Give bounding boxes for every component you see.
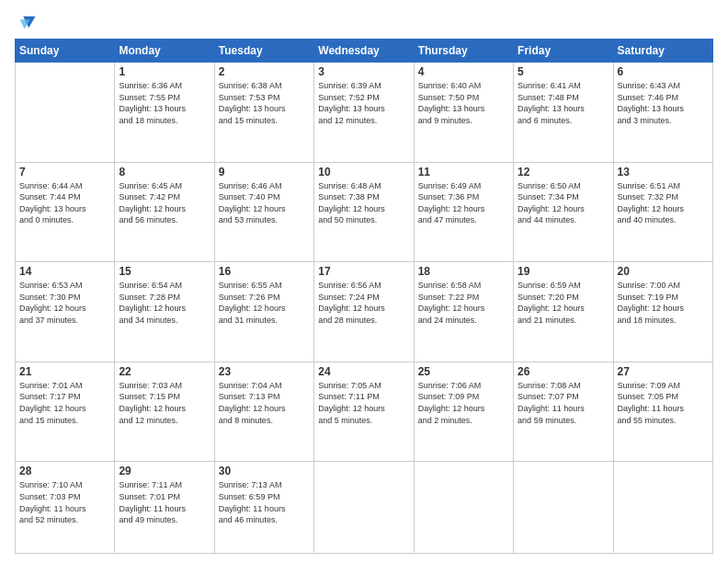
day-number: 5 [518,65,609,78]
logo-icon [17,13,37,33]
weekday-header-monday: Monday [115,40,214,63]
weekday-header-wednesday: Wednesday [314,40,414,63]
calendar-cell: 30Sunrise: 7:13 AMSunset: 6:59 PMDayligh… [214,462,313,554]
day-info: Sunrise: 6:46 AMSunset: 7:40 PMDaylight:… [219,180,310,226]
day-number: 9 [219,166,310,178]
day-number: 10 [318,166,409,178]
day-info: Sunrise: 6:50 AMSunset: 7:34 PMDaylight:… [518,180,609,226]
day-info: Sunrise: 6:51 AMSunset: 7:32 PMDaylight:… [618,180,709,226]
calendar-cell: 27Sunrise: 7:09 AMSunset: 7:05 PMDayligh… [613,362,712,462]
weekday-header-thursday: Thursday [414,40,513,63]
day-number: 6 [618,65,709,78]
day-info: Sunrise: 6:55 AMSunset: 7:26 PMDaylight:… [219,280,310,326]
calendar-cell: 14Sunrise: 6:53 AMSunset: 7:30 PMDayligh… [16,262,115,362]
day-info: Sunrise: 6:43 AMSunset: 7:46 PMDaylight:… [618,80,709,126]
calendar-cell [613,462,712,554]
day-number: 20 [618,265,709,278]
calendar-cell: 8Sunrise: 6:45 AMSunset: 7:42 PMDaylight… [115,162,214,262]
day-number: 26 [518,365,609,378]
day-info: Sunrise: 6:44 AMSunset: 7:44 PMDaylight:… [19,180,110,226]
week-row-2: 7Sunrise: 6:44 AMSunset: 7:44 PMDaylight… [16,162,713,262]
day-info: Sunrise: 7:03 AMSunset: 7:15 PMDaylight:… [119,380,210,426]
calendar-cell: 17Sunrise: 6:56 AMSunset: 7:24 PMDayligh… [314,262,414,362]
day-number: 15 [119,265,210,278]
day-info: Sunrise: 7:10 AMSunset: 7:03 PMDaylight:… [19,479,110,525]
day-number: 29 [119,465,210,477]
day-info: Sunrise: 7:06 AMSunset: 7:09 PMDaylight:… [418,380,509,426]
day-number: 24 [318,365,409,378]
calendar-cell: 12Sunrise: 6:50 AMSunset: 7:34 PMDayligh… [514,162,613,262]
day-info: Sunrise: 6:38 AMSunset: 7:53 PMDaylight:… [219,80,310,126]
day-info: Sunrise: 6:53 AMSunset: 7:30 PMDaylight:… [19,280,110,326]
calendar-cell [16,63,115,163]
calendar-cell: 7Sunrise: 6:44 AMSunset: 7:44 PMDaylight… [16,162,115,262]
day-number: 16 [219,265,310,278]
day-info: Sunrise: 7:04 AMSunset: 7:13 PMDaylight:… [219,380,310,426]
day-info: Sunrise: 6:36 AMSunset: 7:55 PMDaylight:… [119,80,210,126]
calendar-cell: 22Sunrise: 7:03 AMSunset: 7:15 PMDayligh… [115,362,214,462]
calendar-cell: 19Sunrise: 6:59 AMSunset: 7:20 PMDayligh… [514,262,613,362]
day-number: 1 [119,65,210,78]
day-number: 25 [418,365,509,378]
calendar-cell: 3Sunrise: 6:39 AMSunset: 7:52 PMDaylight… [314,63,414,163]
day-info: Sunrise: 6:40 AMSunset: 7:50 PMDaylight:… [418,80,509,126]
day-info: Sunrise: 6:48 AMSunset: 7:38 PMDaylight:… [318,180,409,226]
day-number: 7 [19,166,110,178]
day-number: 11 [418,166,509,178]
day-number: 13 [618,166,709,178]
day-number: 8 [119,166,210,178]
page-header [15,9,713,33]
day-number: 30 [219,465,310,477]
day-number: 21 [19,365,110,378]
day-info: Sunrise: 7:00 AMSunset: 7:19 PMDaylight:… [618,280,709,326]
logo [15,13,37,33]
weekday-header-saturday: Saturday [613,40,712,63]
calendar-cell: 21Sunrise: 7:01 AMSunset: 7:17 PMDayligh… [16,362,115,462]
day-info: Sunrise: 7:09 AMSunset: 7:05 PMDaylight:… [618,380,709,426]
calendar-cell: 25Sunrise: 7:06 AMSunset: 7:09 PMDayligh… [414,362,513,462]
day-number: 4 [418,65,509,78]
calendar-cell: 15Sunrise: 6:54 AMSunset: 7:28 PMDayligh… [115,262,214,362]
day-number: 27 [618,365,709,378]
calendar-cell: 28Sunrise: 7:10 AMSunset: 7:03 PMDayligh… [16,462,115,554]
day-number: 2 [219,65,310,78]
week-row-4: 21Sunrise: 7:01 AMSunset: 7:17 PMDayligh… [16,362,713,462]
weekday-header-row: SundayMondayTuesdayWednesdayThursdayFrid… [16,40,713,63]
weekday-header-friday: Friday [514,40,613,63]
calendar-cell: 23Sunrise: 7:04 AMSunset: 7:13 PMDayligh… [214,362,313,462]
day-info: Sunrise: 6:45 AMSunset: 7:42 PMDaylight:… [119,180,210,226]
calendar-cell: 29Sunrise: 7:11 AMSunset: 7:01 PMDayligh… [115,462,214,554]
calendar-cell: 9Sunrise: 6:46 AMSunset: 7:40 PMDaylight… [214,162,313,262]
day-info: Sunrise: 6:58 AMSunset: 7:22 PMDaylight:… [418,280,509,326]
calendar-cell: 20Sunrise: 7:00 AMSunset: 7:19 PMDayligh… [613,262,712,362]
day-info: Sunrise: 6:41 AMSunset: 7:48 PMDaylight:… [518,80,609,126]
week-row-3: 14Sunrise: 6:53 AMSunset: 7:30 PMDayligh… [16,262,713,362]
day-number: 23 [219,365,310,378]
calendar-cell: 16Sunrise: 6:55 AMSunset: 7:26 PMDayligh… [214,262,313,362]
week-row-5: 28Sunrise: 7:10 AMSunset: 7:03 PMDayligh… [16,462,713,554]
calendar-cell [514,462,613,554]
calendar-cell: 1Sunrise: 6:36 AMSunset: 7:55 PMDaylight… [115,63,214,163]
calendar-cell: 10Sunrise: 6:48 AMSunset: 7:38 PMDayligh… [314,162,414,262]
day-number: 22 [119,365,210,378]
day-number: 3 [318,65,409,78]
calendar-cell: 13Sunrise: 6:51 AMSunset: 7:32 PMDayligh… [613,162,712,262]
day-number: 12 [518,166,609,178]
weekday-header-tuesday: Tuesday [214,40,313,63]
day-info: Sunrise: 7:05 AMSunset: 7:11 PMDaylight:… [318,380,409,426]
day-info: Sunrise: 7:11 AMSunset: 7:01 PMDaylight:… [119,479,210,525]
day-info: Sunrise: 6:54 AMSunset: 7:28 PMDaylight:… [119,280,210,326]
calendar-cell [414,462,513,554]
calendar-cell: 6Sunrise: 6:43 AMSunset: 7:46 PMDaylight… [613,63,712,163]
calendar-cell: 11Sunrise: 6:49 AMSunset: 7:36 PMDayligh… [414,162,513,262]
calendar-cell: 26Sunrise: 7:08 AMSunset: 7:07 PMDayligh… [514,362,613,462]
day-info: Sunrise: 6:56 AMSunset: 7:24 PMDaylight:… [318,280,409,326]
day-info: Sunrise: 6:39 AMSunset: 7:52 PMDaylight:… [318,80,409,126]
week-row-1: 1Sunrise: 6:36 AMSunset: 7:55 PMDaylight… [16,63,713,163]
day-info: Sunrise: 7:13 AMSunset: 6:59 PMDaylight:… [219,479,310,525]
calendar-cell: 24Sunrise: 7:05 AMSunset: 7:11 PMDayligh… [314,362,414,462]
day-number: 14 [19,265,110,278]
day-info: Sunrise: 7:01 AMSunset: 7:17 PMDaylight:… [19,380,110,426]
day-info: Sunrise: 6:49 AMSunset: 7:36 PMDaylight:… [418,180,509,226]
day-number: 18 [418,265,509,278]
